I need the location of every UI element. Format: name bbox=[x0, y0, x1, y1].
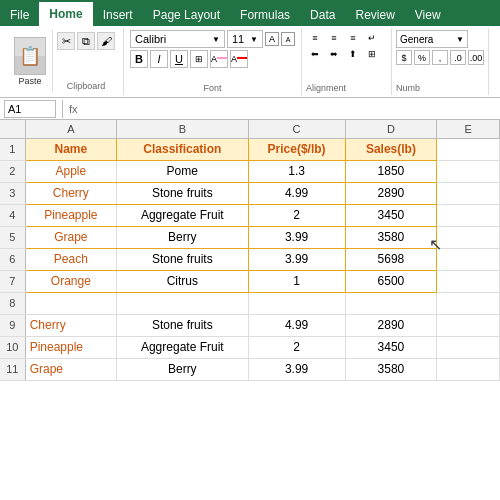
cell-a2[interactable]: Apple bbox=[25, 160, 116, 182]
cell-d9[interactable]: 2890 bbox=[345, 314, 436, 336]
bold-button[interactable]: B bbox=[130, 50, 148, 68]
cell-a10[interactable]: Pineapple bbox=[25, 336, 116, 358]
comma-button[interactable]: , bbox=[432, 50, 448, 65]
cell-b6[interactable]: Stone fruits bbox=[117, 248, 248, 270]
formula-input[interactable] bbox=[82, 100, 496, 118]
tab-home[interactable]: Home bbox=[39, 2, 92, 26]
cell-a11[interactable]: Grape bbox=[25, 358, 116, 380]
cell-b7[interactable]: Citrus bbox=[117, 270, 248, 292]
tab-data[interactable]: Data bbox=[300, 4, 345, 26]
cell-a6[interactable]: Peach bbox=[25, 248, 116, 270]
cell-c1[interactable]: Price($/lb) bbox=[248, 138, 345, 160]
cell-e2[interactable] bbox=[437, 160, 500, 182]
cell-c7[interactable]: 1 bbox=[248, 270, 345, 292]
cell-e6[interactable] bbox=[437, 248, 500, 270]
col-header-d[interactable]: D bbox=[345, 120, 436, 138]
font-size-box[interactable]: 11 ▼ bbox=[227, 30, 263, 48]
tab-file[interactable]: File bbox=[0, 4, 39, 26]
tab-view[interactable]: View bbox=[405, 4, 451, 26]
cell-d8[interactable] bbox=[345, 292, 436, 314]
cell-d3[interactable]: 2890 bbox=[345, 182, 436, 204]
cell-c10[interactable]: 2 bbox=[248, 336, 345, 358]
col-header-c[interactable]: C bbox=[248, 120, 345, 138]
font-decrease-button[interactable]: A bbox=[281, 32, 295, 46]
cell-a1[interactable]: Name bbox=[25, 138, 116, 160]
paste-button[interactable]: 📋 Paste bbox=[8, 30, 53, 93]
currency-button[interactable]: $ bbox=[396, 50, 412, 65]
decrease-decimal-button[interactable]: .0 bbox=[450, 50, 466, 65]
cell-c8[interactable] bbox=[248, 292, 345, 314]
cell-a5[interactable]: Grape bbox=[25, 226, 116, 248]
tab-formulas[interactable]: Formulas bbox=[230, 4, 300, 26]
italic-button[interactable]: I bbox=[150, 50, 168, 68]
name-box[interactable]: A1 bbox=[4, 100, 56, 118]
number-format-box[interactable]: Genera ▼ bbox=[396, 30, 468, 48]
underline-button[interactable]: U bbox=[170, 50, 188, 68]
cut-icon[interactable]: ✂ bbox=[57, 32, 75, 50]
cell-e10[interactable] bbox=[437, 336, 500, 358]
cell-e3[interactable] bbox=[437, 182, 500, 204]
border-button[interactable]: ⊞ bbox=[190, 50, 208, 68]
cell-e4[interactable] bbox=[437, 204, 500, 226]
col-header-b[interactable]: B bbox=[117, 120, 248, 138]
cell-d2[interactable]: 1850 bbox=[345, 160, 436, 182]
tab-insert[interactable]: Insert bbox=[93, 4, 143, 26]
cell-d11[interactable]: 3580 bbox=[345, 358, 436, 380]
cell-e1[interactable] bbox=[437, 138, 500, 160]
cell-c2[interactable]: 1.3 bbox=[248, 160, 345, 182]
font-name-box[interactable]: Calibri ▼ bbox=[130, 30, 225, 48]
align-top-right-button[interactable]: ≡ bbox=[344, 30, 362, 45]
cell-a4[interactable]: Pineapple bbox=[25, 204, 116, 226]
cell-e5[interactable] bbox=[437, 226, 500, 248]
cell-b1[interactable]: Classification bbox=[117, 138, 248, 160]
cell-e9[interactable] bbox=[437, 314, 500, 336]
cell-b3[interactable]: Stone fruits bbox=[117, 182, 248, 204]
cell-c3[interactable]: 4.99 bbox=[248, 182, 345, 204]
cell-b11[interactable]: Berry bbox=[117, 358, 248, 380]
font-size-dropdown-icon[interactable]: ▼ bbox=[250, 35, 258, 44]
cell-a8[interactable] bbox=[25, 292, 116, 314]
cell-e7[interactable] bbox=[437, 270, 500, 292]
fill-color-button[interactable]: A bbox=[210, 50, 228, 68]
cell-e11[interactable] bbox=[437, 358, 500, 380]
cell-b10[interactable]: Aggregate Fruit bbox=[117, 336, 248, 358]
font-name-dropdown-icon[interactable]: ▼ bbox=[212, 35, 220, 44]
tab-review[interactable]: Review bbox=[345, 4, 404, 26]
cell-a7[interactable]: Orange bbox=[25, 270, 116, 292]
cell-c9[interactable]: 4.99 bbox=[248, 314, 345, 336]
align-top-center-button[interactable]: ≡ bbox=[325, 30, 343, 45]
align-left-button[interactable]: ⬅ bbox=[306, 46, 324, 61]
align-center-button[interactable]: ⬌ bbox=[325, 46, 343, 61]
col-header-e[interactable]: E bbox=[437, 120, 500, 138]
merge-center-button[interactable]: ⊞ bbox=[363, 46, 381, 61]
cell-d6[interactable]: 5698 bbox=[345, 248, 436, 270]
cell-e8[interactable] bbox=[437, 292, 500, 314]
align-right-button[interactable]: ⬆ bbox=[344, 46, 362, 61]
increase-decimal-button[interactable]: .00 bbox=[468, 50, 484, 65]
cell-c11[interactable]: 3.99 bbox=[248, 358, 345, 380]
cell-b4[interactable]: Aggregate Fruit bbox=[117, 204, 248, 226]
wrap-text-button[interactable]: ↵ bbox=[363, 30, 381, 45]
cell-b8[interactable] bbox=[117, 292, 248, 314]
copy-icon[interactable]: ⧉ bbox=[77, 32, 95, 50]
tab-page-layout[interactable]: Page Layout bbox=[143, 4, 230, 26]
cell-a9[interactable]: Cherry bbox=[25, 314, 116, 336]
cell-c5[interactable]: 3.99 bbox=[248, 226, 345, 248]
cell-d7[interactable]: 6500 bbox=[345, 270, 436, 292]
cell-d1[interactable]: Sales(lb) bbox=[345, 138, 436, 160]
percent-button[interactable]: % bbox=[414, 50, 430, 65]
cell-d4[interactable]: 3450 bbox=[345, 204, 436, 226]
cell-d5[interactable]: 3580 bbox=[345, 226, 436, 248]
col-header-a[interactable]: A bbox=[25, 120, 116, 138]
number-format-dropdown-icon[interactable]: ▼ bbox=[456, 35, 464, 44]
cell-c4[interactable]: 2 bbox=[248, 204, 345, 226]
cell-a3[interactable]: Cherry bbox=[25, 182, 116, 204]
cell-b2[interactable]: Pome bbox=[117, 160, 248, 182]
cell-c6[interactable]: 3.99 bbox=[248, 248, 345, 270]
font-increase-button[interactable]: A bbox=[265, 32, 279, 46]
cell-b5[interactable]: Berry bbox=[117, 226, 248, 248]
align-top-left-button[interactable]: ≡ bbox=[306, 30, 324, 45]
font-color-button[interactable]: A bbox=[230, 50, 248, 68]
cell-d10[interactable]: 3450 bbox=[345, 336, 436, 358]
cell-b9[interactable]: Stone fruits bbox=[117, 314, 248, 336]
